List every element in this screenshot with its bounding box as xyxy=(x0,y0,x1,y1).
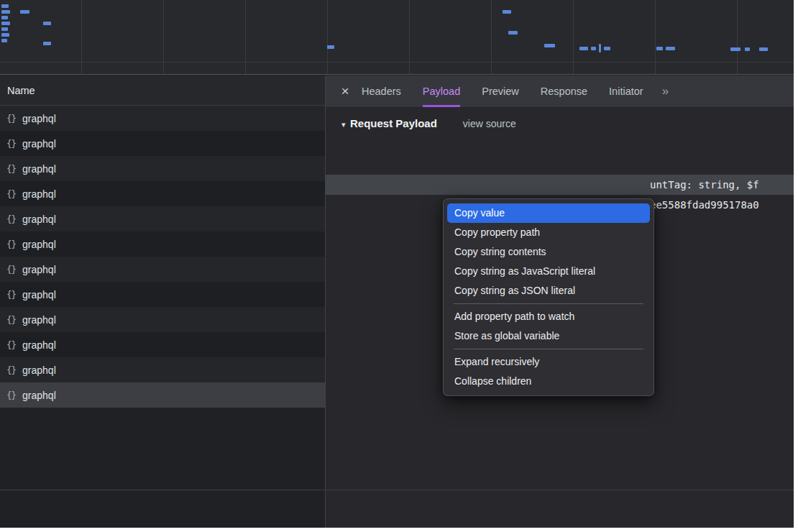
payload-row-query[interactable]: query:"qu untTag: string, $f xyxy=(326,175,794,195)
menu-separator xyxy=(454,349,643,349)
request-list-panel: Name {}graphql{}graphql{}graphql{}graphq… xyxy=(0,75,326,528)
timeline-bar xyxy=(730,47,740,51)
request-name: graphql xyxy=(22,314,56,326)
network-request-row[interactable]: {}graphql xyxy=(0,231,325,257)
menu-separator xyxy=(454,303,643,304)
network-request-row[interactable]: {}graphql xyxy=(0,257,325,282)
menu-item-copy-string-contents[interactable]: Copy string contents xyxy=(447,242,650,262)
timeline-bar xyxy=(327,45,334,49)
tab-response[interactable]: Response xyxy=(541,75,587,107)
network-request-row[interactable]: {}graphql xyxy=(0,206,325,231)
timeline-bar xyxy=(745,47,750,51)
property-value-end: untTag: string, $f xyxy=(650,175,759,195)
request-name: graphql xyxy=(22,214,56,225)
json-icon: {} xyxy=(6,138,16,149)
timeline-bar xyxy=(759,47,768,51)
request-name: graphql xyxy=(22,138,56,150)
tab-payload[interactable]: Payload xyxy=(423,75,460,107)
menu-item-expand-recursively[interactable]: Expand recursively xyxy=(447,352,650,372)
tab-preview[interactable]: Preview xyxy=(482,75,519,107)
menu-item-store-as-global-variable[interactable]: Store as global variable xyxy=(447,326,650,346)
menu-item-add-property-path-to-watch[interactable]: Add property path to watch xyxy=(447,307,650,326)
payload-row-operationname[interactable]: operationName:"ipFlowTimeseries" xyxy=(326,155,794,175)
json-icon: {} xyxy=(6,314,16,325)
request-name: graphql xyxy=(22,339,56,351)
request-name: graphql xyxy=(22,289,56,301)
timeline-bar xyxy=(666,47,675,50)
request-payload-section: ▾ Request Payload view source xyxy=(341,117,794,130)
tab-strip: HeadersPayloadPreviewResponseInitiator xyxy=(362,75,643,107)
name-column-label: Name xyxy=(7,85,35,96)
json-icon: {} xyxy=(6,239,16,249)
timeline-bar xyxy=(503,10,511,14)
payload-root-row[interactable]: ▼{operationName: "ipFlowTimeseries", var… xyxy=(326,134,794,155)
timeline-bar xyxy=(20,10,29,14)
tab-headers[interactable]: Headers xyxy=(362,75,401,107)
request-name: graphql xyxy=(22,364,56,376)
timeline-bar xyxy=(604,47,610,50)
network-request-row[interactable]: {}graphql xyxy=(0,357,325,382)
request-name: graphql xyxy=(22,163,56,175)
network-request-row[interactable]: {}graphql xyxy=(0,156,325,181)
menu-item-copy-value[interactable]: Copy value xyxy=(447,203,650,223)
network-request-row[interactable]: {}graphql xyxy=(0,181,325,206)
name-column-header[interactable]: Name xyxy=(0,75,325,106)
timeline-bar xyxy=(1,4,9,8)
network-main: Name {}graphql{}graphql{}graphql{}graphq… xyxy=(0,75,794,528)
timeline-bar xyxy=(508,31,518,35)
menu-item-collapse-children[interactable]: Collapse children xyxy=(447,372,650,391)
timeline-bar xyxy=(1,16,8,19)
request-name: graphql xyxy=(22,239,56,250)
property-value-end: ee5588fdad995178a0 xyxy=(650,195,759,215)
timeline-bar xyxy=(579,47,588,50)
json-icon: {} xyxy=(6,390,16,400)
request-name: graphql xyxy=(22,113,56,124)
network-request-row[interactable]: {}graphql xyxy=(0,382,325,408)
request-payload-title: Request Payload xyxy=(350,117,437,129)
timeline-bar xyxy=(43,22,51,25)
json-icon: {} xyxy=(6,364,16,375)
request-payload-title-group[interactable]: ▾ Request Payload xyxy=(341,117,437,130)
timeline-bar xyxy=(1,33,9,37)
json-icon: {} xyxy=(6,339,16,350)
timeline-bar xyxy=(1,22,10,25)
request-list: {}graphql{}graphql{}graphql{}graphql{}gr… xyxy=(0,106,325,408)
menu-item-copy-string-as-javascript-literal[interactable]: Copy string as JavaScript literal xyxy=(447,262,650,281)
json-icon: {} xyxy=(6,289,16,300)
timeline-bar xyxy=(544,44,555,47)
timeline-bar xyxy=(591,47,596,50)
section-caret-icon: ▾ xyxy=(341,120,346,129)
view-source-link[interactable]: view source xyxy=(463,118,516,129)
network-request-row[interactable]: {}graphql xyxy=(0,307,325,332)
network-request-row[interactable]: {}graphql xyxy=(0,332,325,357)
json-icon: {} xyxy=(6,113,16,124)
context-menu: Copy valueCopy property pathCopy string … xyxy=(443,198,654,396)
devtools-window: Name {}graphql{}graphql{}graphql{}graphq… xyxy=(0,0,794,528)
timeline-bar xyxy=(1,27,8,31)
network-overview[interactable] xyxy=(0,0,794,75)
json-icon: {} xyxy=(6,163,16,174)
menu-item-copy-property-path[interactable]: Copy property path xyxy=(447,223,650,242)
tab-initiator[interactable]: Initiator xyxy=(609,75,643,107)
json-icon: {} xyxy=(6,188,16,199)
network-request-row[interactable]: {}graphql xyxy=(0,282,325,307)
request-name: graphql xyxy=(22,188,56,200)
screenshot-stage: Name {}graphql{}graphql{}graphql{}graphq… xyxy=(0,0,798,532)
timeline-bar xyxy=(599,44,601,52)
timeline-bar xyxy=(1,10,10,14)
summary-divider xyxy=(0,490,794,490)
request-name: graphql xyxy=(22,390,56,401)
timeline-bar xyxy=(656,47,663,50)
detail-tab-bar: × HeadersPayloadPreviewResponseInitiator… xyxy=(326,75,794,108)
menu-item-copy-string-as-json-literal[interactable]: Copy string as JSON literal xyxy=(447,281,650,301)
json-icon: {} xyxy=(6,214,16,224)
json-icon: {} xyxy=(6,264,16,275)
close-icon[interactable]: × xyxy=(336,83,354,99)
network-request-row[interactable]: {}graphql xyxy=(0,106,325,131)
more-tabs-icon[interactable]: » xyxy=(662,84,669,98)
network-request-row[interactable]: {}graphql xyxy=(0,131,325,156)
timeline-bar xyxy=(43,42,51,45)
timeline-bar xyxy=(1,39,7,42)
request-name: graphql xyxy=(22,264,56,275)
